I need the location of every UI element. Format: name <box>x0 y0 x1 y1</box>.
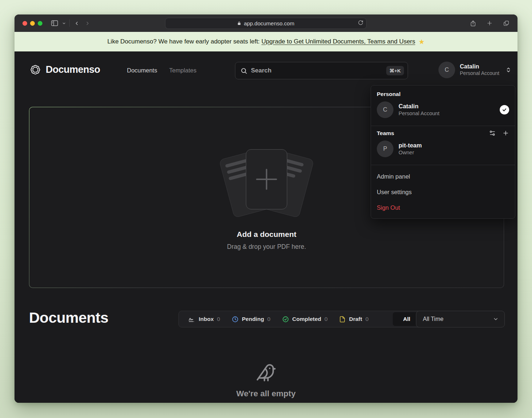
check-circle-icon <box>282 316 289 323</box>
account-dropdown-menu: Personal C Catalin Personal Account Team… <box>371 85 515 219</box>
nav-templates[interactable]: Templates <box>169 67 196 74</box>
nav-documents[interactable]: Documents <box>127 67 157 74</box>
address-bar[interactable]: app.documenso.com <box>165 18 367 29</box>
url-text: app.documenso.com <box>244 20 294 26</box>
window-controls <box>22 21 42 26</box>
minimize-window-button[interactable] <box>30 21 35 26</box>
brand-logo-link[interactable]: Documenso <box>29 63 100 76</box>
main-nav: Documents Templates <box>127 51 197 89</box>
tab-overview-button[interactable] <box>501 18 512 29</box>
share-button[interactable] <box>467 18 478 29</box>
sidebar-toggle-button[interactable] <box>49 18 60 29</box>
tab-pending[interactable]: Pending 0 <box>232 316 271 323</box>
banner-text: Like Documenso? We have few early adopte… <box>107 38 260 45</box>
chevrons-up-down-icon <box>506 67 511 73</box>
selected-check-icon <box>500 105 509 114</box>
menu-divider <box>371 126 515 126</box>
document-stack-icon <box>209 145 325 217</box>
dropzone-title: Add a document <box>237 230 297 239</box>
dropzone-subtitle: Drag & drop your PDF here. <box>227 243 306 251</box>
search-input[interactable] <box>251 67 383 74</box>
search-icon <box>240 67 247 74</box>
browser-toolbar: app.documenso.com <box>15 14 517 32</box>
search-bar[interactable]: ⌘+K <box>235 62 408 79</box>
search-shortcut-badge: ⌘+K <box>386 66 404 75</box>
account-type: Personal Account <box>460 70 499 77</box>
refresh-button[interactable] <box>358 20 363 25</box>
teams-section-heading: Teams <box>377 130 394 137</box>
tab-completed[interactable]: Completed 0 <box>282 316 328 323</box>
zoom-window-button[interactable] <box>38 21 42 26</box>
menu-item-sign-out[interactable]: Sign Out <box>377 200 509 216</box>
app-header: Documenso Documents Templates ⌘+K C Cata… <box>15 51 517 89</box>
chevron-down-icon <box>62 21 66 25</box>
team-role: Owner <box>399 149 422 156</box>
personal-account-type: Personal Account <box>399 110 440 117</box>
forward-button[interactable] <box>82 18 93 29</box>
manage-teams-icon[interactable] <box>489 130 496 137</box>
personal-section-heading: Personal <box>377 91 509 97</box>
document-card-center <box>246 149 287 209</box>
back-button[interactable] <box>71 18 82 29</box>
brand-name: Documenso <box>46 64 100 75</box>
sidebar-icon <box>51 20 58 26</box>
promo-banner: Like Documenso? We have few early adopte… <box>15 32 517 51</box>
tab-inbox[interactable]: Inbox 0 <box>188 315 220 323</box>
chevron-right-icon <box>85 21 90 26</box>
avatar: C <box>377 101 393 118</box>
lock-icon <box>237 21 241 26</box>
period-filter-select[interactable]: All Time <box>416 311 505 327</box>
personal-account-item[interactable]: C Catalin Personal Account <box>377 97 509 122</box>
bird-icon <box>256 362 277 383</box>
menu-divider <box>371 165 515 165</box>
documenso-app: Documenso Documents Templates ⌘+K C Cata… <box>15 51 517 403</box>
period-filter-value: All Time <box>423 316 444 322</box>
personal-account-name: Catalin <box>399 103 440 110</box>
documents-heading: Documents <box>29 309 108 326</box>
menu-item-admin-panel[interactable]: Admin panel <box>377 169 509 184</box>
file-icon <box>339 316 346 323</box>
team-name: pit-team <box>399 142 422 149</box>
account-name: Catalin <box>460 63 499 70</box>
account-menu-trigger[interactable]: C Catalin Personal Account <box>438 62 511 78</box>
tab-group-dropdown-button[interactable] <box>60 18 68 29</box>
avatar: P <box>377 141 393 157</box>
chevron-down-icon <box>493 316 499 322</box>
empty-state-message: We're all empty <box>236 389 296 398</box>
document-status-tabs: Inbox 0 Pending 0 Completed 0 <box>178 311 422 327</box>
close-window-button[interactable] <box>22 21 27 26</box>
new-tab-button[interactable] <box>484 18 495 29</box>
chevron-left-icon <box>74 21 79 26</box>
signature-icon <box>188 315 195 323</box>
empty-state: We're all empty <box>15 362 517 398</box>
create-team-icon[interactable] <box>502 130 509 137</box>
star-icon: ★ <box>418 38 425 46</box>
team-item[interactable]: P pit-team Owner <box>377 137 509 161</box>
clock-icon <box>232 316 239 323</box>
upgrade-link[interactable]: Upgrade to Get Unlimited Documents, Team… <box>261 38 415 45</box>
toolbar-divider <box>69 20 70 27</box>
browser-window: app.documenso.com Like Documenso? We hav… <box>15 14 517 403</box>
tab-draft[interactable]: Draft 0 <box>339 316 368 323</box>
documenso-logo-icon <box>29 63 42 76</box>
avatar: C <box>438 62 455 78</box>
menu-item-user-settings[interactable]: User settings <box>377 184 509 200</box>
plus-icon <box>256 169 277 190</box>
